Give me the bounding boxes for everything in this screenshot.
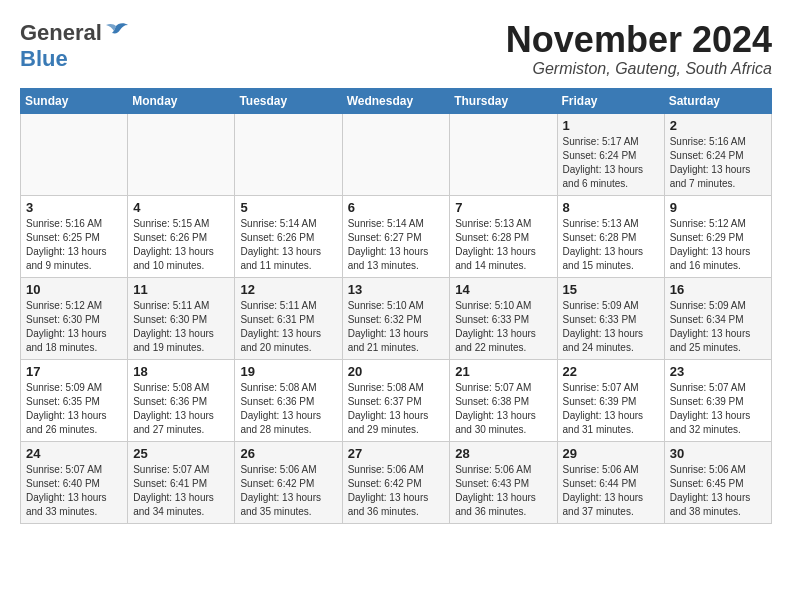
day-info: Sunrise: 5:06 AM Sunset: 6:43 PM Dayligh…: [455, 463, 551, 519]
day-number: 12: [240, 282, 336, 297]
calendar-cell: 30Sunrise: 5:06 AM Sunset: 6:45 PM Dayli…: [664, 441, 771, 523]
day-number: 23: [670, 364, 766, 379]
calendar-cell: 26Sunrise: 5:06 AM Sunset: 6:42 PM Dayli…: [235, 441, 342, 523]
calendar-cell: 3Sunrise: 5:16 AM Sunset: 6:25 PM Daylig…: [21, 195, 128, 277]
logo: General Blue: [20, 20, 130, 72]
day-header-friday: Friday: [557, 88, 664, 113]
day-info: Sunrise: 5:09 AM Sunset: 6:35 PM Dayligh…: [26, 381, 122, 437]
day-info: Sunrise: 5:07 AM Sunset: 6:39 PM Dayligh…: [563, 381, 659, 437]
day-info: Sunrise: 5:10 AM Sunset: 6:33 PM Dayligh…: [455, 299, 551, 355]
day-header-saturday: Saturday: [664, 88, 771, 113]
day-header-wednesday: Wednesday: [342, 88, 450, 113]
day-info: Sunrise: 5:08 AM Sunset: 6:36 PM Dayligh…: [240, 381, 336, 437]
day-info: Sunrise: 5:16 AM Sunset: 6:25 PM Dayligh…: [26, 217, 122, 273]
calendar-cell: 21Sunrise: 5:07 AM Sunset: 6:38 PM Dayli…: [450, 359, 557, 441]
day-info: Sunrise: 5:12 AM Sunset: 6:30 PM Dayligh…: [26, 299, 122, 355]
calendar-week-row: 24Sunrise: 5:07 AM Sunset: 6:40 PM Dayli…: [21, 441, 772, 523]
calendar-cell: [235, 113, 342, 195]
calendar-cell: 10Sunrise: 5:12 AM Sunset: 6:30 PM Dayli…: [21, 277, 128, 359]
calendar-cell: 6Sunrise: 5:14 AM Sunset: 6:27 PM Daylig…: [342, 195, 450, 277]
calendar-cell: 12Sunrise: 5:11 AM Sunset: 6:31 PM Dayli…: [235, 277, 342, 359]
day-number: 18: [133, 364, 229, 379]
calendar-cell: 15Sunrise: 5:09 AM Sunset: 6:33 PM Dayli…: [557, 277, 664, 359]
calendar-cell: 29Sunrise: 5:06 AM Sunset: 6:44 PM Dayli…: [557, 441, 664, 523]
calendar-cell: 28Sunrise: 5:06 AM Sunset: 6:43 PM Dayli…: [450, 441, 557, 523]
day-number: 6: [348, 200, 445, 215]
calendar-week-row: 10Sunrise: 5:12 AM Sunset: 6:30 PM Dayli…: [21, 277, 772, 359]
day-info: Sunrise: 5:06 AM Sunset: 6:42 PM Dayligh…: [240, 463, 336, 519]
calendar-cell: 5Sunrise: 5:14 AM Sunset: 6:26 PM Daylig…: [235, 195, 342, 277]
calendar-cell: 13Sunrise: 5:10 AM Sunset: 6:32 PM Dayli…: [342, 277, 450, 359]
calendar-cell: [128, 113, 235, 195]
day-number: 9: [670, 200, 766, 215]
calendar-week-row: 3Sunrise: 5:16 AM Sunset: 6:25 PM Daylig…: [21, 195, 772, 277]
day-info: Sunrise: 5:07 AM Sunset: 6:40 PM Dayligh…: [26, 463, 122, 519]
calendar-cell: 23Sunrise: 5:07 AM Sunset: 6:39 PM Dayli…: [664, 359, 771, 441]
day-info: Sunrise: 5:06 AM Sunset: 6:44 PM Dayligh…: [563, 463, 659, 519]
calendar-cell: 14Sunrise: 5:10 AM Sunset: 6:33 PM Dayli…: [450, 277, 557, 359]
location: Germiston, Gauteng, South Africa: [506, 60, 772, 78]
day-number: 29: [563, 446, 659, 461]
day-info: Sunrise: 5:14 AM Sunset: 6:26 PM Dayligh…: [240, 217, 336, 273]
calendar-table: SundayMondayTuesdayWednesdayThursdayFrid…: [20, 88, 772, 524]
day-number: 19: [240, 364, 336, 379]
day-number: 21: [455, 364, 551, 379]
calendar-cell: 25Sunrise: 5:07 AM Sunset: 6:41 PM Dayli…: [128, 441, 235, 523]
calendar-cell: 22Sunrise: 5:07 AM Sunset: 6:39 PM Dayli…: [557, 359, 664, 441]
calendar-cell: 18Sunrise: 5:08 AM Sunset: 6:36 PM Dayli…: [128, 359, 235, 441]
day-info: Sunrise: 5:09 AM Sunset: 6:33 PM Dayligh…: [563, 299, 659, 355]
day-info: Sunrise: 5:13 AM Sunset: 6:28 PM Dayligh…: [563, 217, 659, 273]
calendar-cell: 27Sunrise: 5:06 AM Sunset: 6:42 PM Dayli…: [342, 441, 450, 523]
day-number: 3: [26, 200, 122, 215]
day-info: Sunrise: 5:16 AM Sunset: 6:24 PM Dayligh…: [670, 135, 766, 191]
calendar-cell: 1Sunrise: 5:17 AM Sunset: 6:24 PM Daylig…: [557, 113, 664, 195]
day-info: Sunrise: 5:17 AM Sunset: 6:24 PM Dayligh…: [563, 135, 659, 191]
logo-general: General: [20, 20, 102, 46]
day-number: 13: [348, 282, 445, 297]
day-info: Sunrise: 5:13 AM Sunset: 6:28 PM Dayligh…: [455, 217, 551, 273]
logo-bird-icon: [102, 22, 130, 44]
day-number: 14: [455, 282, 551, 297]
day-header-monday: Monday: [128, 88, 235, 113]
day-number: 2: [670, 118, 766, 133]
day-info: Sunrise: 5:15 AM Sunset: 6:26 PM Dayligh…: [133, 217, 229, 273]
calendar-cell: 17Sunrise: 5:09 AM Sunset: 6:35 PM Dayli…: [21, 359, 128, 441]
day-number: 24: [26, 446, 122, 461]
day-info: Sunrise: 5:07 AM Sunset: 6:39 PM Dayligh…: [670, 381, 766, 437]
day-info: Sunrise: 5:10 AM Sunset: 6:32 PM Dayligh…: [348, 299, 445, 355]
day-header-sunday: Sunday: [21, 88, 128, 113]
day-info: Sunrise: 5:14 AM Sunset: 6:27 PM Dayligh…: [348, 217, 445, 273]
day-number: 7: [455, 200, 551, 215]
day-info: Sunrise: 5:09 AM Sunset: 6:34 PM Dayligh…: [670, 299, 766, 355]
logo-blue-text: Blue: [20, 46, 68, 72]
day-number: 5: [240, 200, 336, 215]
day-number: 30: [670, 446, 766, 461]
day-number: 20: [348, 364, 445, 379]
calendar-cell: 20Sunrise: 5:08 AM Sunset: 6:37 PM Dayli…: [342, 359, 450, 441]
day-info: Sunrise: 5:12 AM Sunset: 6:29 PM Dayligh…: [670, 217, 766, 273]
day-number: 25: [133, 446, 229, 461]
title-block: November 2024 Germiston, Gauteng, South …: [506, 20, 772, 78]
day-info: Sunrise: 5:07 AM Sunset: 6:41 PM Dayligh…: [133, 463, 229, 519]
day-header-tuesday: Tuesday: [235, 88, 342, 113]
day-header-thursday: Thursday: [450, 88, 557, 113]
day-number: 22: [563, 364, 659, 379]
calendar-cell: [450, 113, 557, 195]
month-title: November 2024: [506, 20, 772, 60]
calendar-cell: 9Sunrise: 5:12 AM Sunset: 6:29 PM Daylig…: [664, 195, 771, 277]
day-number: 10: [26, 282, 122, 297]
day-number: 17: [26, 364, 122, 379]
calendar-header-row: SundayMondayTuesdayWednesdayThursdayFrid…: [21, 88, 772, 113]
day-number: 28: [455, 446, 551, 461]
calendar-cell: [21, 113, 128, 195]
day-info: Sunrise: 5:08 AM Sunset: 6:37 PM Dayligh…: [348, 381, 445, 437]
day-info: Sunrise: 5:11 AM Sunset: 6:31 PM Dayligh…: [240, 299, 336, 355]
page-header: General Blue November 2024 Germiston, Ga…: [20, 20, 772, 78]
calendar-cell: 24Sunrise: 5:07 AM Sunset: 6:40 PM Dayli…: [21, 441, 128, 523]
day-info: Sunrise: 5:07 AM Sunset: 6:38 PM Dayligh…: [455, 381, 551, 437]
calendar-cell: 7Sunrise: 5:13 AM Sunset: 6:28 PM Daylig…: [450, 195, 557, 277]
day-number: 8: [563, 200, 659, 215]
calendar-cell: [342, 113, 450, 195]
calendar-cell: 19Sunrise: 5:08 AM Sunset: 6:36 PM Dayli…: [235, 359, 342, 441]
calendar-cell: 2Sunrise: 5:16 AM Sunset: 6:24 PM Daylig…: [664, 113, 771, 195]
